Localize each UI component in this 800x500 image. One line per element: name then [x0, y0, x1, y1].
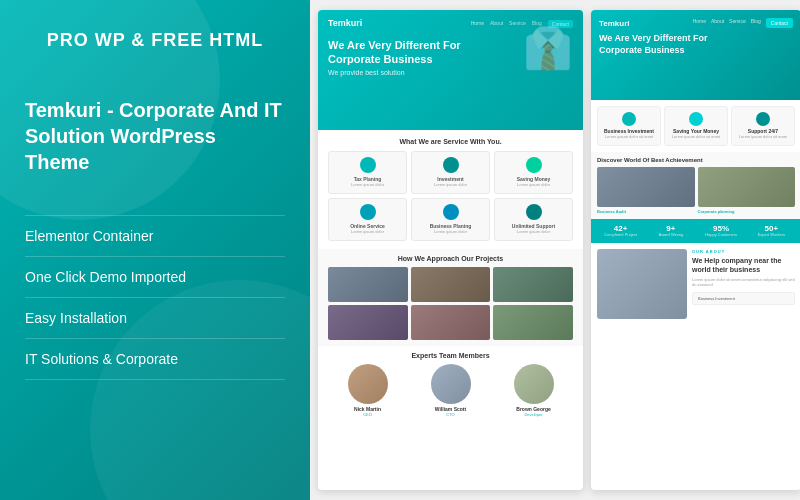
service-desc-4: Lorem ipsum dolor — [332, 230, 403, 235]
project-img-2 — [411, 267, 491, 302]
badge-pro: PRO WP & FREE HTML — [25, 30, 285, 51]
service-desc-5: Lorem ipsum dolor — [415, 230, 486, 235]
preview-services: What We are Service With You. Tax Planin… — [318, 130, 583, 249]
service-icon-1 — [360, 157, 376, 173]
team-role-1: CEO — [328, 412, 407, 417]
service-desc-2: Lorem ipsum dolor — [415, 183, 486, 188]
preview-left-header: Temkuri Home About Service Blog Contact … — [318, 10, 583, 130]
service-desc-1: Lorem ipsum dolor — [332, 183, 403, 188]
team-member-1: Nick Martin CEO — [328, 364, 407, 417]
feature-3: Easy Installation — [25, 298, 285, 339]
preview-right-header: Temkuri Home About Service Blog Contact … — [591, 10, 800, 100]
preview-right-cards: Business Investment Lorem ipsum dolor si… — [591, 100, 800, 152]
pvr-card-text-3: Lorem ipsum dolor sit amet — [735, 135, 791, 140]
feature-1: Elementor Container — [25, 215, 285, 257]
preview-right-hero-text: We Are Very Different ForCorporate Busin… — [599, 33, 793, 56]
pvr-card-2: Saving Your Money Lorem ipsum dolor sit … — [664, 106, 728, 146]
pvr-nav-blog: Blog — [751, 18, 761, 28]
team-role-3: Developer — [494, 412, 573, 417]
preview-right: Temkuri Home About Service Blog Contact … — [591, 10, 800, 490]
pvr-card-text-2: Lorem ipsum dolor sit amet — [668, 135, 724, 140]
service-icon-6 — [526, 204, 542, 220]
project-img-3 — [493, 267, 573, 302]
service-item-5: Business Planing Lorem ipsum dolor — [411, 198, 490, 241]
about-image — [597, 249, 687, 319]
team-member-3: Brown George Developer — [494, 364, 573, 417]
achieve-img-2 — [698, 167, 796, 207]
pvr-nav-about: About — [711, 18, 724, 28]
service-grid: Tax Planing Lorem ipsum dolor Investment… — [328, 151, 573, 241]
achieve-item-1: Business Audit — [597, 167, 695, 214]
left-panel: PRO WP & FREE HTML Temkuri - Corporate A… — [0, 0, 310, 500]
team-photo-2 — [431, 364, 471, 404]
preview-right-nav: Temkuri Home About Service Blog Contact — [599, 18, 793, 28]
service-item-6: Unlimited Support Lorem ipsum dolor — [494, 198, 573, 241]
preview-left: Temkuri Home About Service Blog Contact … — [318, 10, 583, 490]
projects-title: How We Approach Our Projects — [328, 255, 573, 262]
service-item-1: Tax Planing Lorem ipsum dolor — [328, 151, 407, 194]
service-item-4: Online Service Lorem ipsum dolor — [328, 198, 407, 241]
service-name-4: Online Service — [332, 223, 403, 229]
team-photo-3 — [514, 364, 554, 404]
service-icon-4 — [360, 204, 376, 220]
stat-label-4: Expert Workers — [748, 233, 795, 238]
project-img-4 — [328, 305, 408, 340]
right-panel: Temkuri Home About Service Blog Contact … — [310, 0, 800, 500]
service-icon-5 — [443, 204, 459, 220]
service-name-6: Unlimited Support — [498, 223, 569, 229]
preview-logo: Temkuri — [328, 18, 362, 28]
pvr-card-3: Support 24/7 Lorem ipsum dolor sit amet — [731, 106, 795, 146]
achieve-img-1 — [597, 167, 695, 207]
service-item-2: Investment Lorem ipsum dolor — [411, 151, 490, 194]
about-title: We Help company near the world their bus… — [692, 256, 795, 274]
achieve-grid: Business Audit Corporate planning — [597, 167, 795, 214]
service-desc-3: Lorem ipsum dolor — [498, 183, 569, 188]
project-img-5 — [411, 305, 491, 340]
team-role-2: CTO — [411, 412, 490, 417]
preview-team: Experts Team Members Nick Martin CEO Wil… — [318, 346, 583, 423]
preview-right-stats: 42+ Completed Project 9+ Award Wining 95… — [591, 219, 800, 243]
stat-1: 42+ Completed Project — [597, 224, 644, 238]
project-img-1 — [328, 267, 408, 302]
team-member-2: William Scott CTO — [411, 364, 490, 417]
achieve-item-2: Corporate planning — [698, 167, 796, 214]
pvr-card-icon-2 — [689, 112, 703, 126]
about-card: Business Investment — [692, 292, 795, 305]
service-icon-2 — [443, 157, 459, 173]
theme-title: Temkuri - Corporate And IT Solution Word… — [25, 97, 285, 175]
team-photo-1 — [348, 364, 388, 404]
pvr-card-icon-3 — [756, 112, 770, 126]
stat-3: 95% Happy Customers — [698, 224, 745, 238]
project-img-6 — [493, 305, 573, 340]
pvr-card-icon-1 — [622, 112, 636, 126]
team-title: Experts Team Members — [328, 352, 573, 359]
about-desc: Lorem ipsum dolor sit amet consectetur a… — [692, 277, 795, 288]
projects-grid — [328, 267, 573, 340]
feature-4: IT Solutions & Corporate — [25, 339, 285, 380]
stat-label-3: Happy Customers — [698, 233, 745, 238]
about-tag: OUR ABOUT — [692, 249, 795, 254]
service-icon-3 — [526, 157, 542, 173]
preview-right-achieve: Discover World Of Best Achievement Busin… — [591, 152, 800, 219]
features-list: Elementor Container One Click Demo Impor… — [25, 215, 285, 380]
pvr-card-text-1: Lorem ipsum dolor sit amet — [601, 135, 657, 140]
team-grid: Nick Martin CEO William Scott CTO Brown … — [328, 364, 573, 417]
preview-right-about: OUR ABOUT We Help company near the world… — [591, 243, 800, 325]
achieve-title: Discover World Of Best Achievement — [597, 157, 795, 163]
stat-2: 9+ Award Wining — [647, 224, 694, 238]
pvr-nav-contact: Contact — [766, 18, 793, 28]
pvr-nav-home: Home — [693, 18, 706, 28]
feature-2: One Click Demo Imported — [25, 257, 285, 298]
achieve-label-1: Business Audit — [597, 209, 695, 214]
service-desc-6: Lorem ipsum dolor — [498, 230, 569, 235]
stat-4: 50+ Expert Workers — [748, 224, 795, 238]
preview-projects: How We Approach Our Projects — [318, 249, 583, 346]
preview-right-logo: Temkuri — [599, 19, 630, 28]
services-title: What We are Service With You. — [328, 138, 573, 145]
preview-right-nav-items: Home About Service Blog Contact — [693, 18, 793, 28]
service-item-3: Saving Money Lorem ipsum dolor — [494, 151, 573, 194]
stat-label-2: Award Wining — [647, 233, 694, 238]
service-name-5: Business Planing — [415, 223, 486, 229]
stat-label-1: Completed Project — [597, 233, 644, 238]
achieve-label-2: Corporate planning — [698, 209, 796, 214]
